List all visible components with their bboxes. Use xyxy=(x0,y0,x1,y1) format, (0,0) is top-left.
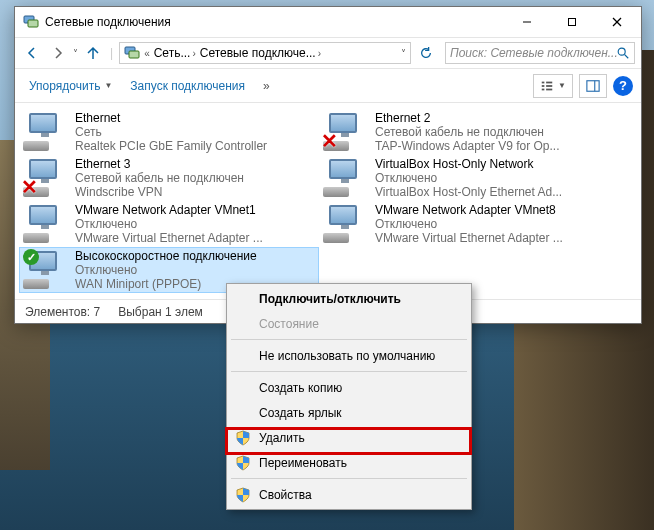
adapter-icon: ✓ xyxy=(23,249,67,291)
item-status: Отключено xyxy=(75,263,315,277)
ctx-rename[interactable]: Переименовать xyxy=(229,450,469,475)
item-device: VMware Virtual Ethernet Adapter ... xyxy=(75,231,315,245)
item-count: Элементов: 7 xyxy=(25,305,100,319)
item-device: TAP-Windows Adapter V9 for Op... xyxy=(375,139,615,153)
refresh-button[interactable] xyxy=(415,42,437,64)
titlebar[interactable]: Сетевые подключения xyxy=(15,7,641,37)
svg-rect-14 xyxy=(542,88,545,90)
item-status: Отключено xyxy=(75,217,315,231)
maximize-button[interactable] xyxy=(549,8,594,37)
search-icon xyxy=(616,46,630,60)
preview-pane-button[interactable] xyxy=(579,74,607,98)
item-name: VMware Network Adapter VMnet8 xyxy=(375,203,615,217)
item-name: Ethernet 2 xyxy=(375,111,615,125)
organize-menu[interactable]: Упорядочить▼ xyxy=(23,75,118,97)
item-name: Ethernet 3 xyxy=(75,157,315,171)
command-bar: Упорядочить▼ Запуск подключения » ▼ ? xyxy=(15,69,641,103)
item-device: VMware Virtual Ethernet Adapter ... xyxy=(375,231,615,245)
svg-rect-7 xyxy=(129,51,139,58)
adapter-icon xyxy=(323,203,367,245)
svg-rect-3 xyxy=(568,19,575,26)
overflow-chevron-icon[interactable]: » xyxy=(257,75,276,97)
item-name: Ethernet xyxy=(75,111,315,125)
address-bar[interactable]: « Сеть...› Сетевые подключе...› ˅ xyxy=(119,42,411,64)
svg-rect-13 xyxy=(546,85,552,87)
breadcrumb[interactable]: Сетевые подключе...› xyxy=(200,46,321,60)
network-folder-icon xyxy=(23,14,39,30)
network-connections-window: Сетевые подключения ˅ | « Сеть...› Сетев… xyxy=(14,6,642,324)
item-device: Realtek PCIe GbE Family Controller xyxy=(75,139,315,153)
forward-button[interactable] xyxy=(47,42,69,64)
connection-item[interactable]: VMware Network Adapter VMnet8ОтключеноVM… xyxy=(319,201,619,247)
adapter-icon xyxy=(23,203,67,245)
ctx-create-shortcut[interactable]: Создать ярлык xyxy=(229,400,469,425)
start-connection-button[interactable]: Запуск подключения xyxy=(124,75,251,97)
search-input[interactable] xyxy=(450,46,630,60)
item-device: Windscribe VPN xyxy=(75,185,315,199)
help-button[interactable]: ? xyxy=(613,76,633,96)
shield-icon xyxy=(235,430,251,446)
view-options-button[interactable]: ▼ xyxy=(533,74,573,98)
item-device: VirtualBox Host-Only Ethernet Ad... xyxy=(375,185,615,199)
ctx-status: Состояние xyxy=(229,311,469,336)
item-status: Сеть xyxy=(75,125,315,139)
item-status: Сетевой кабель не подключен xyxy=(375,125,615,139)
svg-rect-11 xyxy=(546,81,552,83)
adapter-icon xyxy=(23,111,67,153)
svg-rect-15 xyxy=(546,88,552,90)
ctx-connect-disconnect[interactable]: Подключить/отключить xyxy=(229,286,469,311)
selection-count: Выбран 1 элем xyxy=(118,305,203,319)
ctx-delete[interactable]: Удалить xyxy=(229,425,469,450)
back-button[interactable] xyxy=(21,42,43,64)
network-folder-icon xyxy=(124,45,140,61)
connection-item[interactable]: ✕Ethernet 3Сетевой кабель не подключенWi… xyxy=(19,155,319,201)
ctx-no-default[interactable]: Не использовать по умолчанию xyxy=(229,343,469,368)
items-area[interactable]: EthernetСетьRealtek PCIe GbE Family Cont… xyxy=(15,103,641,299)
shield-icon xyxy=(235,487,251,503)
search-box[interactable] xyxy=(445,42,635,64)
connection-item[interactable]: ✕Ethernet 2Сетевой кабель не подключенTA… xyxy=(319,109,619,155)
adapter-icon: ✕ xyxy=(23,157,67,199)
shield-icon xyxy=(235,455,251,471)
item-name: Высокоскоростное подключение xyxy=(75,249,315,263)
breadcrumb[interactable]: Сеть...› xyxy=(154,46,196,60)
svg-rect-1 xyxy=(28,20,38,27)
ctx-properties[interactable]: Свойства xyxy=(229,482,469,507)
item-name: VMware Network Adapter VMnet1 xyxy=(75,203,315,217)
address-dropdown-icon[interactable]: ˅ xyxy=(401,48,406,59)
view-icon xyxy=(540,79,554,93)
recent-dropdown-icon[interactable]: ˅ xyxy=(73,48,78,59)
svg-line-9 xyxy=(625,55,629,59)
adapter-icon xyxy=(323,157,367,199)
svg-rect-12 xyxy=(542,85,545,87)
navigation-bar: ˅ | « Сеть...› Сетевые подключе...› ˅ xyxy=(15,37,641,69)
window-title: Сетевые подключения xyxy=(45,15,504,29)
item-status: Отключено xyxy=(375,217,615,231)
svg-point-8 xyxy=(618,48,625,55)
context-menu: Подключить/отключить Состояние Не исполь… xyxy=(226,283,472,510)
svg-rect-10 xyxy=(542,81,545,83)
item-status: Отключено xyxy=(375,171,615,185)
item-status: Сетевой кабель не подключен xyxy=(75,171,315,185)
adapter-icon: ✕ xyxy=(323,111,367,153)
up-button[interactable] xyxy=(82,42,104,64)
svg-rect-16 xyxy=(587,80,599,91)
item-name: VirtualBox Host-Only Network xyxy=(375,157,615,171)
connection-item[interactable]: VMware Network Adapter VMnet1ОтключеноVM… xyxy=(19,201,319,247)
ctx-create-copy[interactable]: Создать копию xyxy=(229,375,469,400)
connection-item[interactable]: VirtualBox Host-Only NetworkОтключеноVir… xyxy=(319,155,619,201)
minimize-button[interactable] xyxy=(504,8,549,37)
close-button[interactable] xyxy=(594,8,639,37)
connection-item[interactable]: EthernetСетьRealtek PCIe GbE Family Cont… xyxy=(19,109,319,155)
preview-pane-icon xyxy=(586,79,600,93)
